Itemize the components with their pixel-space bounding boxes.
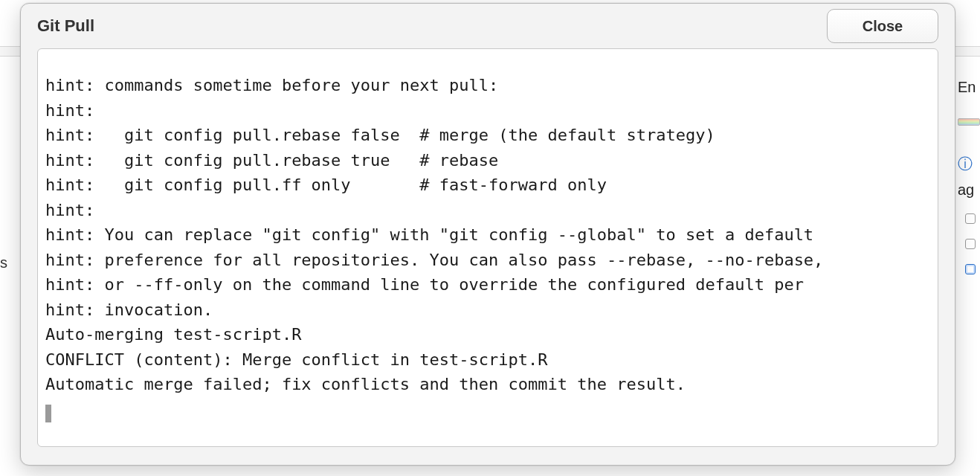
dialog-body-scroll[interactable]: hint: commands sometime before your next… <box>37 48 938 447</box>
background-left-fragment: s <box>0 254 15 275</box>
background-checkbox <box>965 213 976 224</box>
background-color-gradbar <box>958 118 980 126</box>
dialog-title: Git Pull <box>37 16 827 36</box>
background-text-fragment: ag <box>958 181 980 199</box>
info-icon: ⓘ <box>958 154 980 174</box>
dialog-header: Git Pull Close <box>21 4 955 48</box>
background-tab-fragment: En <box>958 79 980 96</box>
git-output-text: hint: commands sometime before your next… <box>38 70 938 403</box>
background-checkbox-active <box>965 264 976 274</box>
background-right-panel: En ⓘ ag <box>958 71 980 280</box>
close-button[interactable]: Close <box>827 9 938 43</box>
git-pull-dialog: Git Pull Close hint: commands sometime b… <box>20 3 955 466</box>
text-caret <box>45 405 51 422</box>
background-checkbox <box>965 239 976 249</box>
